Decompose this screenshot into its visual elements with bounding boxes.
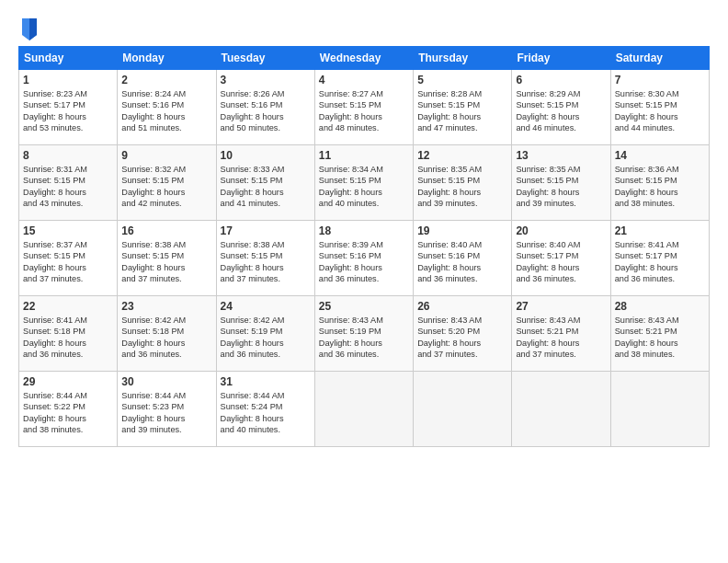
- sunrise-text: Sunrise: 8:44 AMSunset: 5:22 PMDaylight:…: [23, 391, 87, 434]
- svg-marker-1: [29, 18, 37, 40]
- day-cell-25: 25Sunrise: 8:43 AMSunset: 5:19 PMDayligh…: [314, 296, 413, 372]
- day-number: 28: [615, 300, 705, 313]
- day-cell-11: 11Sunrise: 8:34 AMSunset: 5:15 PMDayligh…: [314, 145, 413, 221]
- day-cell-31: 31Sunrise: 8:44 AMSunset: 5:24 PMDayligh…: [216, 372, 314, 447]
- sunrise-text: Sunrise: 8:37 AMSunset: 5:15 PMDaylight:…: [23, 240, 87, 283]
- day-number: 12: [417, 149, 507, 162]
- day-cell-10: 10Sunrise: 8:33 AMSunset: 5:15 PMDayligh…: [216, 145, 314, 221]
- logo-icon: [20, 15, 39, 40]
- day-number: 29: [23, 375, 113, 388]
- day-cell-1: 1Sunrise: 8:23 AMSunset: 5:17 PMDaylight…: [19, 70, 118, 145]
- sunrise-text: Sunrise: 8:40 AMSunset: 5:17 PMDaylight:…: [516, 240, 580, 283]
- day-number: 13: [516, 149, 606, 162]
- sunrise-text: Sunrise: 8:41 AMSunset: 5:18 PMDaylight:…: [23, 316, 87, 359]
- day-cell-30: 30Sunrise: 8:44 AMSunset: 5:23 PMDayligh…: [118, 372, 216, 447]
- sunrise-text: Sunrise: 8:26 AMSunset: 5:16 PMDaylight:…: [221, 89, 285, 132]
- day-cell-7: 7Sunrise: 8:30 AMSunset: 5:15 PMDaylight…: [610, 70, 709, 145]
- day-cell-26: 26Sunrise: 8:43 AMSunset: 5:20 PMDayligh…: [414, 296, 512, 372]
- day-cell-13: 13Sunrise: 8:35 AMSunset: 5:15 PMDayligh…: [512, 145, 610, 221]
- day-number: 4: [319, 74, 409, 86]
- sunrise-text: Sunrise: 8:30 AMSunset: 5:15 PMDaylight:…: [615, 89, 679, 132]
- sunrise-text: Sunrise: 8:35 AMSunset: 5:15 PMDaylight:…: [417, 165, 482, 208]
- sunrise-text: Sunrise: 8:23 AMSunset: 5:17 PMDaylight:…: [23, 89, 87, 132]
- day-number: 25: [319, 300, 409, 313]
- sunrise-text: Sunrise: 8:40 AMSunset: 5:16 PMDaylight:…: [417, 240, 482, 283]
- header-monday: Monday: [118, 47, 216, 70]
- day-number: 8: [23, 149, 113, 162]
- empty-cell: [512, 372, 610, 447]
- day-cell-19: 19Sunrise: 8:40 AMSunset: 5:16 PMDayligh…: [414, 221, 512, 296]
- sunrise-text: Sunrise: 8:28 AMSunset: 5:15 PMDaylight:…: [417, 89, 482, 132]
- day-number: 11: [319, 149, 409, 162]
- day-number: 18: [319, 224, 409, 237]
- calendar: Sunday Monday Tuesday Wednesday Thursday…: [18, 46, 710, 447]
- day-cell-17: 17Sunrise: 8:38 AMSunset: 5:15 PMDayligh…: [216, 221, 314, 296]
- day-number: 9: [121, 149, 211, 162]
- header: [18, 15, 710, 37]
- sunrise-text: Sunrise: 8:29 AMSunset: 5:15 PMDaylight:…: [516, 89, 580, 132]
- day-number: 30: [121, 375, 211, 388]
- week-row-5: 29Sunrise: 8:44 AMSunset: 5:22 PMDayligh…: [19, 372, 710, 447]
- sunrise-text: Sunrise: 8:27 AMSunset: 5:15 PMDaylight:…: [319, 89, 383, 132]
- sunrise-text: Sunrise: 8:31 AMSunset: 5:15 PMDaylight:…: [23, 165, 87, 208]
- empty-cell: [610, 372, 709, 447]
- day-cell-20: 20Sunrise: 8:40 AMSunset: 5:17 PMDayligh…: [512, 221, 610, 296]
- day-number: 1: [23, 74, 113, 86]
- day-number: 22: [23, 300, 113, 313]
- sunrise-text: Sunrise: 8:33 AMSunset: 5:15 PMDaylight:…: [221, 165, 285, 208]
- sunrise-text: Sunrise: 8:43 AMSunset: 5:20 PMDaylight:…: [417, 316, 482, 359]
- day-number: 2: [121, 74, 211, 86]
- day-number: 31: [221, 375, 311, 388]
- day-cell-23: 23Sunrise: 8:42 AMSunset: 5:18 PMDayligh…: [118, 296, 216, 372]
- week-row-3: 15Sunrise: 8:37 AMSunset: 5:15 PMDayligh…: [19, 221, 710, 296]
- day-number: 7: [615, 74, 705, 86]
- header-tuesday: Tuesday: [216, 47, 314, 70]
- day-number: 21: [615, 224, 705, 237]
- day-cell-29: 29Sunrise: 8:44 AMSunset: 5:22 PMDayligh…: [19, 372, 118, 447]
- weekday-header-row: Sunday Monday Tuesday Wednesday Thursday…: [19, 47, 710, 70]
- day-number: 16: [121, 224, 211, 237]
- day-number: 17: [221, 224, 311, 237]
- day-cell-3: 3Sunrise: 8:26 AMSunset: 5:16 PMDaylight…: [216, 70, 314, 145]
- sunrise-text: Sunrise: 8:43 AMSunset: 5:19 PMDaylight:…: [319, 316, 383, 359]
- header-saturday: Saturday: [610, 47, 709, 70]
- sunrise-text: Sunrise: 8:42 AMSunset: 5:18 PMDaylight:…: [121, 316, 186, 359]
- day-number: 27: [516, 300, 606, 313]
- day-cell-9: 9Sunrise: 8:32 AMSunset: 5:15 PMDaylight…: [118, 145, 216, 221]
- day-cell-21: 21Sunrise: 8:41 AMSunset: 5:17 PMDayligh…: [610, 221, 709, 296]
- header-wednesday: Wednesday: [314, 47, 413, 70]
- page: Sunday Monday Tuesday Wednesday Thursday…: [0, 0, 728, 563]
- day-cell-16: 16Sunrise: 8:38 AMSunset: 5:15 PMDayligh…: [118, 221, 216, 296]
- week-row-1: 1Sunrise: 8:23 AMSunset: 5:17 PMDaylight…: [19, 70, 710, 145]
- day-cell-18: 18Sunrise: 8:39 AMSunset: 5:16 PMDayligh…: [314, 221, 413, 296]
- sunrise-text: Sunrise: 8:35 AMSunset: 5:15 PMDaylight:…: [516, 165, 580, 208]
- day-cell-2: 2Sunrise: 8:24 AMSunset: 5:16 PMDaylight…: [118, 70, 216, 145]
- sunrise-text: Sunrise: 8:39 AMSunset: 5:16 PMDaylight:…: [319, 240, 383, 283]
- sunrise-text: Sunrise: 8:44 AMSunset: 5:23 PMDaylight:…: [121, 391, 186, 434]
- day-cell-15: 15Sunrise: 8:37 AMSunset: 5:15 PMDayligh…: [19, 221, 118, 296]
- sunrise-text: Sunrise: 8:44 AMSunset: 5:24 PMDaylight:…: [221, 391, 285, 434]
- sunrise-text: Sunrise: 8:38 AMSunset: 5:15 PMDaylight:…: [221, 240, 285, 283]
- day-number: 10: [221, 149, 311, 162]
- week-row-2: 8Sunrise: 8:31 AMSunset: 5:15 PMDaylight…: [19, 145, 710, 221]
- header-friday: Friday: [512, 47, 610, 70]
- header-sunday: Sunday: [19, 47, 118, 70]
- day-cell-8: 8Sunrise: 8:31 AMSunset: 5:15 PMDaylight…: [19, 145, 118, 221]
- day-number: 14: [615, 149, 705, 162]
- day-number: 20: [516, 224, 606, 237]
- week-row-4: 22Sunrise: 8:41 AMSunset: 5:18 PMDayligh…: [19, 296, 710, 372]
- sunrise-text: Sunrise: 8:41 AMSunset: 5:17 PMDaylight:…: [615, 240, 679, 283]
- day-number: 15: [23, 224, 113, 237]
- empty-cell: [414, 372, 512, 447]
- day-number: 23: [121, 300, 211, 313]
- day-cell-5: 5Sunrise: 8:28 AMSunset: 5:15 PMDaylight…: [414, 70, 512, 145]
- day-cell-24: 24Sunrise: 8:42 AMSunset: 5:19 PMDayligh…: [216, 296, 314, 372]
- day-cell-27: 27Sunrise: 8:43 AMSunset: 5:21 PMDayligh…: [512, 296, 610, 372]
- sunrise-text: Sunrise: 8:24 AMSunset: 5:16 PMDaylight:…: [121, 89, 186, 132]
- day-number: 3: [221, 74, 311, 86]
- sunrise-text: Sunrise: 8:42 AMSunset: 5:19 PMDaylight:…: [221, 316, 285, 359]
- day-number: 6: [516, 74, 606, 86]
- calendar-body: 1Sunrise: 8:23 AMSunset: 5:17 PMDaylight…: [19, 70, 710, 447]
- sunrise-text: Sunrise: 8:38 AMSunset: 5:15 PMDaylight:…: [121, 240, 186, 283]
- sunrise-text: Sunrise: 8:36 AMSunset: 5:15 PMDaylight:…: [615, 165, 679, 208]
